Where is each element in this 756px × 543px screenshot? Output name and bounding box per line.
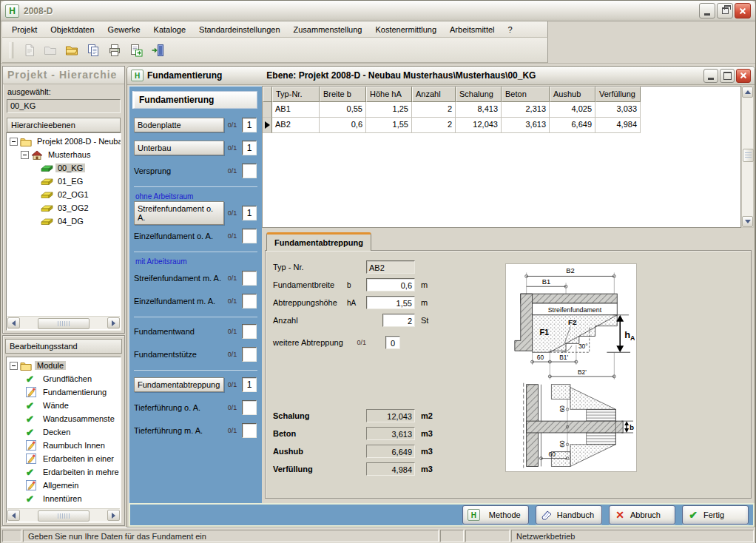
tree-item-label[interactable]: Wände <box>41 401 71 410</box>
tree-item[interactable]: Fundamentierung <box>7 385 121 399</box>
tree-item-label[interactable]: Allgemein <box>41 481 81 490</box>
tree-item-label[interactable]: Grundflächen <box>41 374 94 383</box>
count-box[interactable] <box>242 229 257 243</box>
open-folder-icon[interactable] <box>63 41 81 59</box>
tree-item-label[interactable]: Wandzusammenste <box>41 414 117 423</box>
table-row[interactable]: AB10,551,2528,4132,3134,0253,033 <box>263 102 740 118</box>
menu-item-standardeinstellungen[interactable]: Standardeinstellungen <box>192 23 286 36</box>
tree-item-label[interactable]: 00_KG <box>55 163 85 172</box>
fertig-button[interactable]: ✔Fertig <box>682 505 749 525</box>
menu-item-kataloge[interactable]: Kataloge <box>147 23 192 36</box>
scroll-right-button[interactable] <box>107 510 120 521</box>
menu-item-gewerke[interactable]: Gewerke <box>101 23 147 36</box>
scroll-thumb[interactable] <box>743 149 754 162</box>
count-box[interactable]: 1 <box>242 377 257 392</box>
count-box[interactable]: 1 <box>242 118 257 132</box>
tree-item[interactable]: 03_OG2 <box>7 201 121 215</box>
table-row[interactable]: AB20,61,55212,0433,6136,6494,984 <box>263 118 740 133</box>
module-close-button[interactable] <box>736 69 751 83</box>
menu-item-zusammenstellung[interactable]: Zusammenstellung <box>287 23 369 36</box>
tab-fundamentabtreppung[interactable]: Fundamentabtreppung <box>266 232 371 251</box>
table-vscrollbar[interactable] <box>741 86 754 228</box>
tree-item[interactable]: ✔Innentüren <box>7 492 121 505</box>
copy-icon[interactable] <box>84 41 102 59</box>
tree-item-label[interactable]: Musterhaus <box>46 150 92 159</box>
tree-item[interactable]: 02_OG1 <box>7 188 121 201</box>
menu-item-kostenermittlung[interactable]: Kostenermittlung <box>368 23 443 36</box>
column-header-beton[interactable]: Beton <box>502 87 550 102</box>
scroll-left-button[interactable] <box>7 317 20 328</box>
tree-item-label[interactable]: 02_OG1 <box>55 190 91 199</box>
count-box[interactable]: 1 <box>242 141 257 155</box>
print-icon[interactable] <box>106 41 124 59</box>
module-minimize-button[interactable] <box>703 69 718 83</box>
tree-item-label[interactable]: Fundamentierung <box>41 388 109 397</box>
input-weitere-abtreppung[interactable]: 0 <box>385 336 400 349</box>
module-button-unterbau[interactable]: Unterbau <box>134 141 224 155</box>
tree-item[interactable]: Module <box>7 359 121 372</box>
scroll-thumb[interactable] <box>38 510 90 522</box>
column-header-breite-b[interactable]: Breite b <box>320 87 366 102</box>
title-bar[interactable]: H 2008-D <box>1 1 755 21</box>
exit-icon[interactable] <box>149 41 166 59</box>
export-icon[interactable] <box>127 41 145 59</box>
input-fundamentbreite[interactable]: 0,6 <box>366 278 415 291</box>
menu-item-arbeitsmittel[interactable]: Arbeitsmittel <box>443 23 502 36</box>
module-button-versprung[interactable]: Versprung <box>134 164 224 178</box>
close-button[interactable] <box>735 3 751 18</box>
tree-item[interactable]: 01_EG <box>7 175 121 188</box>
tree-item[interactable]: ✔Wandzusammenste <box>7 412 121 425</box>
handbuch-button[interactable]: Handbuch <box>536 505 602 525</box>
tree-item[interactable]: 00_KG <box>7 161 121 175</box>
module-window-titlebar[interactable]: H Fundamentierung Ebene: Projekt 2008-D … <box>127 67 755 85</box>
module-button-fundamentabtreppung[interactable]: Fundamentabtreppung <box>134 377 224 392</box>
tree-item[interactable]: ✔Decken <box>7 425 121 439</box>
tree-item-label[interactable]: 04_DG <box>55 217 86 226</box>
count-box[interactable] <box>242 163 257 178</box>
tree-item-label[interactable]: Projekt 2008-D - Neubau <box>35 137 121 146</box>
count-box[interactable] <box>242 324 257 339</box>
count-box[interactable] <box>242 347 257 362</box>
count-box[interactable]: 1 <box>242 206 257 220</box>
menu-item-help[interactable]: ? <box>502 23 519 36</box>
progress-hscrollbar[interactable] <box>7 508 120 522</box>
tree-item[interactable]: ✔Wände <box>7 399 121 412</box>
module-button-fundamentwand[interactable]: Fundamentwand <box>134 325 224 338</box>
column-header-schalung[interactable]: Schalung <box>456 87 502 102</box>
module-button-einzelfundament-m-a[interactable]: Einzelfundament m. A. <box>134 294 224 308</box>
module-maximize-button[interactable] <box>720 69 735 83</box>
scroll-right-button[interactable] <box>107 317 120 328</box>
count-box[interactable] <box>242 294 257 308</box>
tree-item-label[interactable]: Module <box>35 361 66 370</box>
scroll-up-button[interactable] <box>742 87 753 98</box>
count-box[interactable] <box>242 423 257 438</box>
module-button-tieferf-hrung-m-a[interactable]: Tieferführung m. A. <box>134 424 224 437</box>
tree-item[interactable]: ✔Grundflächen <box>7 372 121 385</box>
menu-item-objektdaten[interactable]: Objektdaten <box>44 23 101 36</box>
methode-button[interactable]: HMethode <box>462 505 529 525</box>
column-header-verf-llung[interactable]: Verfüllung <box>595 87 641 102</box>
column-header-typ-nr[interactable]: Typ-Nr. <box>272 87 320 102</box>
levels-header[interactable]: Hierarchieebenen <box>7 118 121 132</box>
expander-minus-icon[interactable] <box>10 362 18 370</box>
hierarchy-hscrollbar[interactable] <box>7 316 120 329</box>
module-button-tieferf-hrung-o-a[interactable]: Tieferführung o. A. <box>134 401 224 414</box>
module-button-fundamentst-tze[interactable]: Fundamentstütze <box>134 348 224 361</box>
tree-item-label[interactable]: Raumbuch Innen <box>41 441 107 450</box>
tree-item[interactable]: Raumbuch Innen <box>7 439 121 452</box>
tree-item[interactable]: Erdarbeiten in einer <box>7 452 121 465</box>
scroll-left-button[interactable] <box>7 510 20 521</box>
scroll-thumb[interactable] <box>38 318 90 329</box>
tree-item[interactable]: ✔Erdarbeiten in mehre <box>7 465 121 479</box>
column-header-aushub[interactable]: Aushub <box>550 87 595 102</box>
module-button-einzelfundament-o-a[interactable]: Einzelfundament o. A. <box>134 229 224 243</box>
tree-item-label[interactable]: Decken <box>41 428 72 436</box>
abbruch-button[interactable]: ✕Abbruch <box>609 505 675 525</box>
tree-item-label[interactable]: Erdarbeiten in einer <box>41 454 116 463</box>
tree-item-label[interactable]: Erdarbeiten in mehre <box>41 468 121 476</box>
tree-item[interactable]: Musterhaus <box>7 148 121 161</box>
input-anzahl[interactable]: 2 <box>382 314 415 327</box>
expander-minus-icon[interactable] <box>21 151 29 159</box>
input-abtreppungsh-he[interactable]: 1,55 <box>366 296 415 309</box>
count-box[interactable] <box>242 400 257 415</box>
